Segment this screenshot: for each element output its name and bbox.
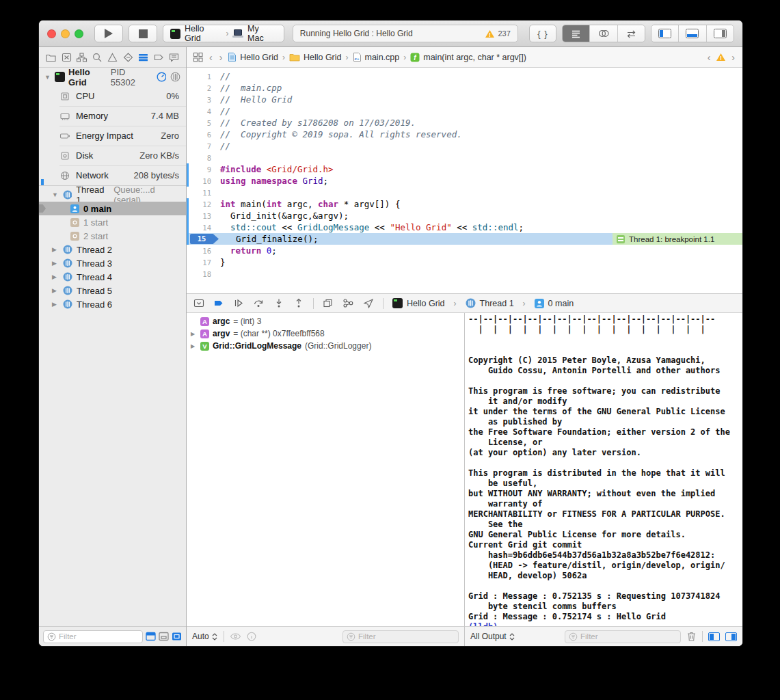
gauge-cpu[interactable]: CPU0% bbox=[39, 86, 186, 106]
disclosure-triangle[interactable]: ▶ bbox=[191, 331, 197, 337]
activity-status-view[interactable]: Running Hello Grid : Hello Grid ! 237 bbox=[293, 25, 518, 42]
tab-source-control[interactable] bbox=[61, 52, 72, 63]
breakpoint-annotation[interactable]: Thread 1: breakpoint 1.1 bbox=[613, 233, 742, 245]
thread-row-5[interactable]: ▶Thread 5 bbox=[39, 284, 186, 297]
console-output[interactable]: --|--|--|--|--|--|--|--|--|--|--|--|--|-… bbox=[465, 313, 742, 626]
trash-icon[interactable] bbox=[686, 631, 697, 642]
variable-row-argc[interactable]: Aargc= (int) 3 bbox=[187, 315, 464, 327]
variable-row-argv[interactable]: ▶Aargv= (char **) 0x7ffeefbff568 bbox=[187, 327, 464, 340]
code-line-17[interactable]: 17} bbox=[187, 256, 742, 268]
filter-running-toggle[interactable] bbox=[146, 632, 156, 641]
code-line-11[interactable]: 11 bbox=[187, 187, 742, 198]
code-line-18[interactable]: 18 bbox=[187, 268, 742, 280]
warning-icon[interactable]: ! bbox=[716, 53, 726, 62]
tab-debug-navigator[interactable] bbox=[137, 52, 149, 63]
continue-button[interactable] bbox=[233, 298, 244, 308]
scheme-selector[interactable]: Hello Grid My Mac bbox=[163, 25, 284, 42]
thread-row-3[interactable]: ▶Thread 3 bbox=[39, 256, 186, 270]
close-button[interactable] bbox=[47, 29, 56, 38]
console-filter-field[interactable]: Filter bbox=[565, 630, 681, 643]
navigator-filter-field[interactable]: Filter bbox=[43, 630, 143, 643]
library-button[interactable]: { } bbox=[529, 25, 556, 42]
code-line-12[interactable]: 12int main(int argc, char * argv[]) { bbox=[187, 198, 742, 210]
code-line-14[interactable]: 14 std::cout << GridLogMessage << "Hello… bbox=[187, 221, 742, 233]
stack-frame-0-main[interactable]: 0 main bbox=[39, 202, 186, 215]
code-line-1[interactable]: 1// bbox=[187, 70, 742, 82]
zoom-button[interactable] bbox=[75, 29, 83, 38]
disclosure-triangle[interactable]: ▶ bbox=[52, 273, 59, 280]
tab-report-navigator[interactable] bbox=[168, 52, 180, 63]
back-button[interactable]: ‹ bbox=[208, 52, 214, 63]
code-line-10[interactable]: 10using namespace Grid; bbox=[187, 175, 742, 187]
stack-frame-1-start[interactable]: 1 start bbox=[39, 215, 186, 229]
disclosure-triangle[interactable]: ▶ bbox=[52, 246, 59, 253]
step-out-button[interactable] bbox=[293, 298, 304, 308]
console-scope-selector[interactable]: All Output bbox=[470, 632, 515, 641]
step-over-button[interactable] bbox=[253, 298, 265, 308]
code-line-2[interactable]: 2// main.cpp bbox=[187, 82, 742, 94]
debug-breadcrumb-process[interactable]: Hello Grid bbox=[392, 298, 445, 308]
breadcrumb-file[interactable]: c+ main.cpp bbox=[353, 52, 400, 62]
thread-row-4[interactable]: ▶Thread 4 bbox=[39, 270, 186, 284]
info-icon[interactable] bbox=[247, 632, 256, 641]
simulate-location-button[interactable] bbox=[363, 298, 374, 308]
variable-row-Grid::GridLogMessage[interactable]: ▶VGrid::GridLogMessage(Grid::GridLogger) bbox=[187, 340, 464, 352]
debug-area-toggle-button[interactable] bbox=[678, 25, 705, 42]
code-line-9[interactable]: 9#include <Grid/Grid.h> bbox=[187, 163, 742, 175]
code-line-8[interactable]: 8 bbox=[187, 152, 742, 163]
gauge-energy[interactable]: Energy ImpactZero bbox=[39, 126, 186, 146]
code-line-15[interactable]: 15 Grid_finalize();Thread 1: breakpoint … bbox=[187, 233, 742, 245]
variables-scope-selector[interactable]: Auto bbox=[192, 632, 218, 641]
step-into-button[interactable] bbox=[273, 298, 284, 308]
disclosure-triangle[interactable]: ▶ bbox=[52, 287, 59, 294]
filter-stack-toggle[interactable] bbox=[159, 632, 169, 641]
threads-view-icon[interactable] bbox=[170, 71, 180, 83]
next-issue-button[interactable]: › bbox=[730, 52, 736, 63]
disclosure-triangle[interactable]: ▼ bbox=[52, 191, 59, 198]
view-hierarchy-button[interactable] bbox=[323, 298, 334, 308]
debug-breadcrumb-thread[interactable]: Thread 1 bbox=[466, 298, 514, 308]
code-line-4[interactable]: 4// bbox=[187, 105, 742, 117]
gauge-network[interactable]: Network208 bytes/s bbox=[39, 165, 186, 185]
forward-button[interactable]: › bbox=[218, 52, 224, 63]
source-editor[interactable]: 1//2// main.cpp3// Hello Grid4//5// Crea… bbox=[187, 68, 742, 293]
stack-frame-2-start[interactable]: 2 start bbox=[39, 229, 186, 243]
disclosure-triangle[interactable]: ▶ bbox=[191, 343, 197, 349]
breadcrumb-project[interactable]: Hello Grid bbox=[228, 52, 278, 62]
disclosure-triangle[interactable]: ▼ bbox=[44, 74, 51, 81]
tab-project-navigator[interactable] bbox=[45, 52, 57, 63]
inspector-toggle-button[interactable] bbox=[706, 25, 734, 42]
navigator-toggle-button[interactable] bbox=[651, 25, 678, 42]
tab-find-navigator[interactable] bbox=[92, 52, 103, 63]
tab-issue-navigator[interactable] bbox=[107, 52, 118, 63]
related-items-icon[interactable] bbox=[193, 52, 204, 62]
tab-symbol-navigator[interactable] bbox=[76, 52, 88, 63]
variables-filter-field[interactable]: Filter bbox=[342, 630, 459, 643]
show-console-toggle[interactable] bbox=[725, 632, 737, 641]
hide-debug-area-button[interactable] bbox=[193, 298, 204, 308]
memory-graph-button[interactable] bbox=[342, 298, 354, 308]
tab-breakpoint-navigator[interactable] bbox=[153, 52, 165, 63]
breakpoints-toggle-button[interactable] bbox=[213, 298, 224, 308]
previous-issue-button[interactable]: ‹ bbox=[706, 52, 712, 63]
code-line-5[interactable]: 5// Created by s1786208 on 17/03/2019. bbox=[187, 117, 742, 129]
run-button[interactable] bbox=[94, 25, 123, 42]
assistant-editor-button[interactable] bbox=[589, 25, 617, 42]
code-line-16[interactable]: 16 return 0; bbox=[187, 245, 742, 256]
quicklook-eye-icon[interactable] bbox=[230, 632, 241, 641]
thread-row-6[interactable]: ▶Thread 6 bbox=[39, 297, 186, 311]
gauge-disk[interactable]: DiskZero KB/s bbox=[39, 146, 186, 165]
disclosure-triangle[interactable]: ▶ bbox=[52, 301, 59, 308]
process-row[interactable]: ▼ Hello Grid PID 55302 bbox=[39, 68, 186, 86]
gauge-memory[interactable]: Memory7.4 MB bbox=[39, 106, 186, 126]
breakpoint-badge[interactable]: 15 bbox=[190, 234, 219, 244]
code-line-13[interactable]: 13 Grid_init(&argc,&argv); bbox=[187, 210, 742, 221]
stop-button[interactable] bbox=[129, 25, 157, 42]
disclosure-triangle[interactable]: ▶ bbox=[52, 260, 59, 267]
filter-view-toggle[interactable] bbox=[172, 632, 182, 641]
code-line-7[interactable]: 7// bbox=[187, 140, 742, 152]
breadcrumb-symbol[interactable]: f main(int argc, char * argv[]) bbox=[410, 53, 526, 62]
version-editor-button[interactable] bbox=[617, 25, 645, 42]
thread-row-2[interactable]: ▶Thread 2 bbox=[39, 243, 186, 256]
breadcrumb-group[interactable]: Hello Grid bbox=[289, 53, 342, 62]
